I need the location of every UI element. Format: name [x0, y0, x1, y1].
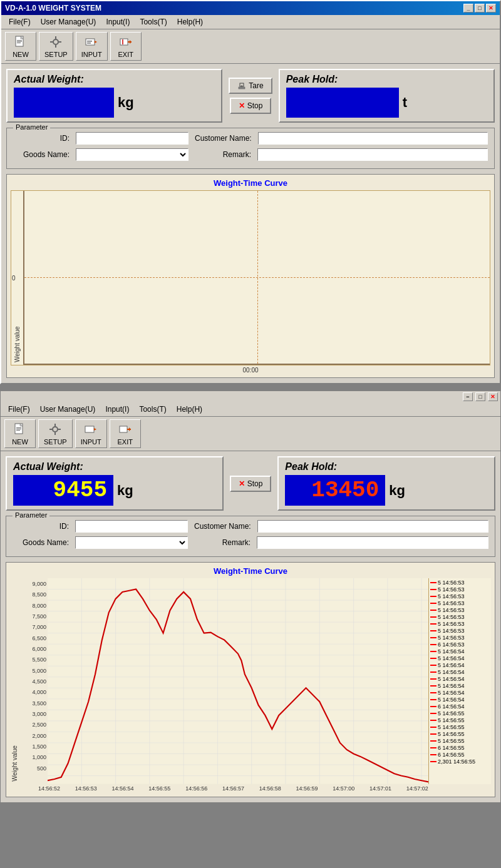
customer-name-input-2[interactable] — [257, 520, 488, 533]
legend-item: 5 14:56:54 — [430, 676, 490, 682]
id-label-2: ID: — [13, 522, 69, 531]
menu-tools-2[interactable]: Tools(T) — [134, 404, 171, 415]
x-tick-label: 14:56:59 — [296, 785, 318, 792]
stop-x-icon-1: ✕ — [239, 101, 245, 110]
menu-help-2[interactable]: Help(H) — [172, 404, 207, 415]
menu-file-2[interactable]: File(F) — [3, 404, 35, 415]
id-input-1[interactable] — [76, 132, 189, 145]
close-btn-1[interactable]: ✕ — [486, 4, 496, 13]
svg-rect-7 — [55, 45, 56, 48]
peak-hold-display-1 — [286, 88, 399, 118]
legend-color-swatch — [430, 740, 436, 742]
stop-button-2[interactable]: ✕ Stop — [230, 476, 272, 492]
legend-item-label: 5 14:56:54 — [438, 683, 465, 689]
menu-tools-1[interactable]: Tools(T) — [135, 16, 172, 28]
legend-item: 5 14:56:54 — [430, 662, 490, 668]
new-button-2[interactable]: NEW — [4, 419, 36, 448]
menu-file-1[interactable]: File(F) — [4, 16, 36, 28]
maximize-btn-2[interactable]: □ — [475, 392, 485, 401]
remark-input-2[interactable] — [257, 536, 488, 549]
param-row-goods-1: Goods Name: Remark: — [13, 148, 488, 161]
legend-item: 6 14:56:53 — [430, 641, 490, 648]
customer-name-input-1[interactable] — [258, 132, 488, 145]
remark-input-1[interactable] — [257, 148, 488, 161]
legend-item: 5 14:56:54 — [430, 648, 490, 655]
menu-help-1[interactable]: Help(H) — [172, 16, 208, 28]
tare-button-1[interactable]: Tare — [229, 78, 272, 94]
input-icon-1 — [84, 34, 99, 49]
id-input-2[interactable] — [75, 520, 188, 533]
exit-button-1[interactable]: EXIT — [110, 32, 142, 61]
setup-icon-2 — [48, 422, 63, 437]
goods-name-select-1[interactable] — [76, 148, 189, 161]
svg-rect-14 — [120, 39, 128, 45]
legend-item: 5 14:56:55 — [430, 710, 490, 717]
menu-input-2[interactable]: Input(I) — [100, 404, 134, 415]
tare-icon — [237, 82, 246, 89]
legend-item: 5 14:56:53 — [430, 586, 490, 593]
legend-color-swatch — [430, 692, 436, 693]
input-button-1[interactable]: INPUT — [76, 32, 108, 61]
maximize-btn-1[interactable]: □ — [475, 4, 485, 13]
menu-usermgr-2[interactable]: User Manage(U) — [35, 404, 101, 415]
weight-section-1: Actual Weight: kg Tare ✕ Stop Pe — [6, 69, 495, 123]
y-tick: 1,000 — [21, 754, 46, 760]
legend-item-label: 5 14:56:53 — [438, 621, 465, 627]
legend-item-label: 6 14:56:54 — [438, 703, 465, 710]
x-tick-label: 14:56:57 — [222, 785, 244, 792]
parameter-section-1: Parameter ID: Customer Name: Goods Name:… — [6, 128, 495, 169]
legend-color-swatch — [430, 589, 436, 590]
y-tick: 1,500 — [21, 743, 46, 750]
legend-item-label: 5 14:56:53 — [438, 607, 465, 613]
legend-color-swatch — [430, 754, 436, 755]
legend-item-label: 5 14:56:53 — [438, 586, 465, 593]
goods-name-select-2[interactable] — [75, 536, 188, 549]
svg-point-26 — [53, 427, 58, 432]
minimize-btn-1[interactable]: _ — [463, 4, 473, 13]
legend-color-swatch — [430, 699, 436, 700]
new-icon-1 — [13, 34, 28, 49]
param-row-goods-2: Goods Name: Remark: — [13, 536, 488, 549]
svg-rect-23 — [16, 427, 21, 428]
y-tick: 7,500 — [21, 613, 46, 620]
remark-label-2: Remark: — [194, 538, 250, 547]
legend-color-swatch — [430, 665, 436, 666]
legend-item-label: 5 14:56:53 — [438, 628, 465, 634]
minimize-btn-2[interactable]: − — [463, 392, 473, 401]
toolbar-1: NEW SETUP INPUT EXIT — [1, 29, 500, 64]
actual-weight-unit-2: kg — [117, 483, 133, 499]
svg-rect-33 — [120, 426, 127, 432]
menu-input-1[interactable]: Input(I) — [101, 16, 135, 28]
chart-container-1: Weight value 0 — [11, 190, 490, 365]
input-button-2[interactable]: INPUT — [75, 419, 107, 448]
input-icon-2 — [83, 422, 98, 437]
setup-button-1[interactable]: SETUP — [39, 32, 73, 61]
stop-button-1[interactable]: ✕ Stop — [230, 98, 272, 114]
new-button-1[interactable]: NEW — [5, 32, 36, 61]
legend-color-swatch — [430, 720, 436, 721]
actual-weight-display-2: 9455 — [13, 475, 113, 506]
goods-name-label-1: Goods Name: — [13, 150, 70, 159]
legend-item: 5 14:56:55 — [430, 731, 490, 737]
chart2-legend: 5 14:56:535 14:56:535 14:56:535 14:56:53… — [428, 578, 491, 784]
x-tick-label: 14:56:58 — [259, 785, 281, 792]
chart-zero-text-1: 0 — [12, 275, 16, 282]
setup-button-2[interactable]: SETUP — [38, 419, 73, 448]
remark-label-1: Remark: — [195, 150, 251, 159]
close-btn-2[interactable]: ✕ — [488, 392, 498, 401]
peak-hold-display-2: 13450 — [285, 475, 385, 506]
svg-rect-6 — [55, 36, 56, 39]
menu-bar-1: File(F) User Manage(U) Input(I) Tools(T)… — [1, 15, 500, 29]
peak-hold-label-1: Peak Hold: — [286, 74, 487, 85]
svg-rect-30 — [58, 429, 61, 430]
legend-item-label: 5 14:56:55 — [438, 724, 465, 730]
peak-hold-row-2: 13450 kg — [285, 475, 488, 506]
legend-color-swatch — [430, 671, 436, 673]
menu-usermgr-1[interactable]: User Manage(U) — [36, 16, 101, 28]
exit-button-2[interactable]: EXIT — [110, 419, 141, 448]
legend-item: 5 14:56:55 — [430, 724, 490, 730]
actual-weight-label-2: Actual Weight: — [13, 461, 216, 472]
svg-point-5 — [53, 39, 58, 44]
chart-section-1: Weight-Time Curve Weight value 0 00:00 — [6, 174, 495, 378]
y-tick: 500 — [21, 765, 46, 772]
